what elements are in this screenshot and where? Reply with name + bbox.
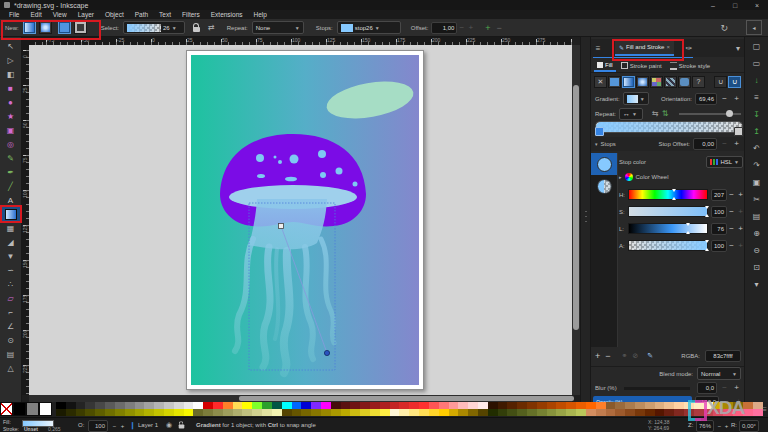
palette-swatch[interactable]: [694, 402, 704, 409]
command-copy-icon[interactable]: ▣: [750, 177, 764, 188]
palette-swatch[interactable]: [409, 409, 419, 416]
palette-swatch[interactable]: [262, 409, 272, 416]
layer-visibility-icon[interactable]: ◉: [166, 421, 172, 429]
palette-swatch[interactable]: [635, 402, 645, 409]
palette-swatch[interactable]: [115, 402, 125, 409]
stop-offset-plus-button[interactable]: +: [732, 138, 741, 150]
repeat-dropdown[interactable]: None ▼: [252, 21, 304, 34]
palette-swatch[interactable]: [272, 409, 282, 416]
slider-track-h[interactable]: [628, 189, 708, 200]
palette-swatch[interactable]: [105, 402, 115, 409]
palette-swatch[interactable]: [409, 402, 419, 409]
objects-panel-tab-icon[interactable]: ≡: [591, 44, 605, 53]
palette-swatch[interactable]: [449, 409, 459, 416]
slider-value-h[interactable]: 207: [711, 189, 727, 201]
paint-unknown[interactable]: ?: [692, 76, 705, 88]
gradient-link-lock-icon[interactable]: [193, 24, 200, 32]
horizontal-scrollbar-thumb[interactable]: [239, 396, 574, 401]
palette-swatch[interactable]: [439, 409, 449, 416]
blur-minus-button[interactable]: −: [720, 382, 729, 394]
tool-dropper[interactable]: ◢: [2, 235, 20, 249]
palette-swatch[interactable]: [233, 402, 243, 409]
menu-filters[interactable]: Filters: [177, 10, 205, 19]
palette-swatch[interactable]: [85, 402, 95, 409]
blend-mode-dropdown[interactable]: Normal▼: [697, 367, 741, 380]
offset-minus-button[interactable]: −: [457, 22, 466, 34]
palette-swatch[interactable]: [449, 402, 459, 409]
palette-swatch[interactable]: [517, 409, 527, 416]
palette-swatch[interactable]: [252, 409, 262, 416]
slider-thumb[interactable]: [726, 110, 733, 117]
menu-help[interactable]: Help: [249, 10, 272, 19]
palette-swatch[interactable]: [252, 402, 262, 409]
palette-swatch[interactable]: [95, 409, 105, 416]
slider-value-a[interactable]: 100: [711, 240, 727, 252]
palette-swatch[interactable]: [723, 402, 733, 409]
palette-swatch[interactable]: [311, 409, 321, 416]
palette-swatch[interactable]: [262, 402, 272, 409]
palette-swatch[interactable]: [507, 409, 517, 416]
palette-swatch[interactable]: [566, 409, 576, 416]
command-export-icon[interactable]: ↥: [750, 126, 764, 137]
palette-swatch[interactable]: [233, 409, 243, 416]
tab-fill[interactable]: Fill: [594, 59, 616, 72]
tool-gradient[interactable]: [2, 207, 20, 221]
palette-swatch[interactable]: [517, 402, 527, 409]
palette-swatch[interactable]: [213, 409, 223, 416]
stop-handle-start[interactable]: [595, 127, 604, 136]
palette-swatch[interactable]: [154, 402, 164, 409]
palette-swatch[interactable]: [331, 402, 341, 409]
menu-object[interactable]: Object: [100, 10, 129, 19]
palette-swatch[interactable]: [321, 409, 331, 416]
palette-swatch[interactable]: [488, 409, 498, 416]
new-linear-gradient-button[interactable]: [23, 21, 36, 34]
tool-spiral[interactable]: ◎: [2, 137, 20, 151]
command-zoom-out-icon[interactable]: ⊖: [750, 245, 764, 256]
edit-gradient-icon[interactable]: ⇅: [662, 109, 669, 118]
command-save-icon[interactable]: ↓: [750, 75, 764, 86]
palette-swatch[interactable]: [733, 409, 743, 416]
command-paste-icon[interactable]: ▤: [750, 211, 764, 222]
palette-swatch[interactable]: [488, 402, 498, 409]
slider-minus-a[interactable]: −: [727, 240, 736, 252]
gradient-start-handle[interactable]: [279, 224, 284, 229]
stop-offset-input[interactable]: 0,00: [693, 138, 717, 150]
palette-swatch[interactable]: [458, 409, 468, 416]
palette-swatch[interactable]: [164, 402, 174, 409]
command-open-file-icon[interactable]: ▭: [750, 58, 764, 69]
vertical-scrollbar[interactable]: [572, 45, 580, 395]
palette-swatch[interactable]: [527, 409, 537, 416]
palette-swatch[interactable]: [301, 402, 311, 409]
palette-swatch[interactable]: [674, 402, 684, 409]
stop-item-2[interactable]: [591, 175, 617, 197]
palette-swatch[interactable]: [242, 402, 252, 409]
paint-radial-gradient[interactable]: [636, 76, 649, 88]
tool-connector[interactable]: ⌐: [2, 305, 20, 319]
tool-pencil[interactable]: ✎: [2, 151, 20, 165]
palette-swatch[interactable]: [606, 402, 616, 409]
offset-input[interactable]: 1,00: [431, 22, 457, 34]
reverse-gradient-icon[interactable]: ⇄: [208, 23, 215, 32]
palette-swatch[interactable]: [341, 409, 351, 416]
delete-stop-icon[interactable]: −: [497, 23, 502, 33]
palette-swatch[interactable]: [95, 402, 105, 409]
palette-swatch[interactable]: [399, 402, 409, 409]
palette-swatch[interactable]: [498, 402, 508, 409]
palette-swatch[interactable]: [135, 402, 145, 409]
palette-swatch[interactable]: [566, 402, 576, 409]
palette-swatch[interactable]: [674, 409, 684, 416]
palette-swatch[interactable]: [56, 402, 66, 409]
palette-swatch[interactable]: [478, 402, 488, 409]
palette-swatch[interactable]: [743, 409, 753, 416]
refresh-icon[interactable]: ↻: [720, 23, 728, 33]
palette-swatch[interactable]: [66, 409, 76, 416]
palette-swatch[interactable]: [184, 409, 194, 416]
palette-swatch[interactable]: [556, 409, 566, 416]
palette-swatch[interactable]: [547, 409, 557, 416]
command-undo-icon[interactable]: ↶: [750, 143, 764, 154]
tool-star[interactable]: ★: [2, 109, 20, 123]
collapse-triangle-icon[interactable]: ▾: [595, 141, 598, 147]
blur-input[interactable]: 0,0: [697, 382, 717, 394]
palette-swatch[interactable]: [704, 409, 714, 416]
command-redo-icon[interactable]: ↷: [750, 160, 764, 171]
